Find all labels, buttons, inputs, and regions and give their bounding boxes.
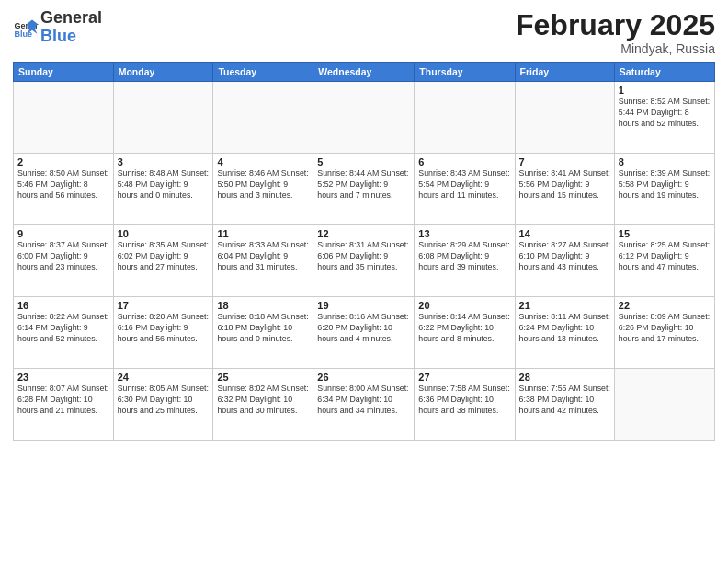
day-number: 26 [317, 372, 410, 383]
week-row-3: 16Sunrise: 8:22 AM Sunset: 6:14 PM Dayli… [14, 297, 715, 369]
month-title: February 2025 [516, 9, 715, 41]
location: Mindyak, Russia [516, 41, 715, 56]
calendar-cell: 28Sunrise: 7:55 AM Sunset: 6:38 PM Dayli… [515, 369, 614, 441]
day-number: 11 [217, 228, 309, 239]
day-number: 16 [17, 300, 109, 311]
day-number: 22 [619, 300, 711, 311]
calendar-cell: 18Sunrise: 8:18 AM Sunset: 6:18 PM Dayli… [213, 297, 313, 369]
day-header-wednesday: Wednesday [313, 63, 415, 82]
day-info: Sunrise: 8:46 AM Sunset: 5:50 PM Dayligh… [217, 168, 309, 201]
day-info: Sunrise: 8:50 AM Sunset: 5:46 PM Dayligh… [17, 168, 109, 201]
week-row-0: 1Sunrise: 8:52 AM Sunset: 5:44 PM Daylig… [14, 82, 715, 154]
day-info: Sunrise: 8:44 AM Sunset: 5:52 PM Dayligh… [317, 168, 410, 201]
calendar-cell: 4Sunrise: 8:46 AM Sunset: 5:50 PM Daylig… [213, 154, 313, 225]
week-row-2: 9Sunrise: 8:37 AM Sunset: 6:00 PM Daylig… [14, 225, 715, 297]
week-row-1: 2Sunrise: 8:50 AM Sunset: 5:46 PM Daylig… [14, 154, 715, 225]
day-number: 17 [118, 300, 210, 311]
calendar-cell: 17Sunrise: 8:20 AM Sunset: 6:16 PM Dayli… [113, 297, 213, 369]
calendar-cell [213, 82, 313, 154]
day-info: Sunrise: 7:55 AM Sunset: 6:38 PM Dayligh… [519, 384, 610, 417]
calendar-cell: 15Sunrise: 8:25 AM Sunset: 6:12 PM Dayli… [614, 225, 714, 297]
day-number: 7 [519, 156, 610, 167]
day-info: Sunrise: 8:43 AM Sunset: 5:54 PM Dayligh… [418, 168, 510, 201]
calendar-cell: 12Sunrise: 8:31 AM Sunset: 6:06 PM Dayli… [313, 225, 415, 297]
calendar-cell [415, 82, 515, 154]
calendar-cell: 5Sunrise: 8:44 AM Sunset: 5:52 PM Daylig… [313, 154, 415, 225]
day-number: 28 [519, 372, 610, 383]
calendar-cell: 6Sunrise: 8:43 AM Sunset: 5:54 PM Daylig… [415, 154, 515, 225]
calendar-cell: 26Sunrise: 8:00 AM Sunset: 6:34 PM Dayli… [313, 369, 415, 441]
calendar-cell: 24Sunrise: 8:05 AM Sunset: 6:30 PM Dayli… [113, 369, 213, 441]
calendar-cell [614, 369, 714, 441]
day-info: Sunrise: 8:14 AM Sunset: 6:22 PM Dayligh… [418, 312, 510, 345]
calendar-cell: 27Sunrise: 7:58 AM Sunset: 6:36 PM Dayli… [415, 369, 515, 441]
day-info: Sunrise: 8:16 AM Sunset: 6:20 PM Dayligh… [317, 312, 410, 345]
day-number: 9 [17, 228, 109, 239]
calendar-cell [113, 82, 213, 154]
logo: General Blue GeneralBlue [13, 9, 102, 46]
day-header-thursday: Thursday [415, 63, 515, 82]
calendar-cell: 22Sunrise: 8:09 AM Sunset: 6:26 PM Dayli… [614, 297, 714, 369]
day-info: Sunrise: 8:41 AM Sunset: 5:56 PM Dayligh… [519, 168, 610, 201]
calendar-cell: 13Sunrise: 8:29 AM Sunset: 6:08 PM Dayli… [415, 225, 515, 297]
calendar-cell: 21Sunrise: 8:11 AM Sunset: 6:24 PM Dayli… [515, 297, 614, 369]
day-number: 15 [619, 228, 711, 239]
day-info: Sunrise: 8:02 AM Sunset: 6:32 PM Dayligh… [217, 384, 309, 417]
calendar: SundayMondayTuesdayWednesdayThursdayFrid… [13, 62, 715, 441]
day-number: 5 [317, 156, 410, 167]
day-info: Sunrise: 8:11 AM Sunset: 6:24 PM Dayligh… [519, 312, 610, 345]
calendar-cell: 14Sunrise: 8:27 AM Sunset: 6:10 PM Dayli… [515, 225, 614, 297]
day-number: 6 [418, 156, 510, 167]
header: General Blue GeneralBlue February 2025 M… [13, 9, 715, 56]
week-row-4: 23Sunrise: 8:07 AM Sunset: 6:28 PM Dayli… [14, 369, 715, 441]
day-info: Sunrise: 8:48 AM Sunset: 5:48 PM Dayligh… [118, 168, 210, 201]
day-info: Sunrise: 8:52 AM Sunset: 5:44 PM Dayligh… [619, 97, 711, 130]
day-info: Sunrise: 8:33 AM Sunset: 6:04 PM Dayligh… [217, 240, 309, 273]
day-number: 21 [519, 300, 610, 311]
day-number: 12 [317, 228, 410, 239]
day-number: 3 [118, 156, 210, 167]
day-info: Sunrise: 8:09 AM Sunset: 6:26 PM Dayligh… [619, 312, 711, 345]
day-info: Sunrise: 8:39 AM Sunset: 5:58 PM Dayligh… [619, 168, 711, 201]
calendar-cell: 19Sunrise: 8:16 AM Sunset: 6:20 PM Dayli… [313, 297, 415, 369]
day-number: 24 [118, 372, 210, 383]
day-header-friday: Friday [515, 63, 614, 82]
day-number: 19 [317, 300, 410, 311]
day-number: 25 [217, 372, 309, 383]
logo-text: GeneralBlue [40, 9, 102, 46]
day-info: Sunrise: 8:20 AM Sunset: 6:16 PM Dayligh… [118, 312, 210, 345]
calendar-cell: 7Sunrise: 8:41 AM Sunset: 5:56 PM Daylig… [515, 154, 614, 225]
calendar-cell: 8Sunrise: 8:39 AM Sunset: 5:58 PM Daylig… [614, 154, 714, 225]
day-info: Sunrise: 8:07 AM Sunset: 6:28 PM Dayligh… [17, 384, 109, 417]
calendar-cell [515, 82, 614, 154]
day-number: 18 [217, 300, 309, 311]
day-number: 14 [519, 228, 610, 239]
day-header-saturday: Saturday [614, 63, 714, 82]
page: General Blue GeneralBlue February 2025 M… [0, 0, 728, 563]
day-info: Sunrise: 8:25 AM Sunset: 6:12 PM Dayligh… [619, 240, 711, 273]
day-info: Sunrise: 8:31 AM Sunset: 6:06 PM Dayligh… [317, 240, 410, 273]
day-number: 23 [17, 372, 109, 383]
calendar-cell: 3Sunrise: 8:48 AM Sunset: 5:48 PM Daylig… [113, 154, 213, 225]
day-info: Sunrise: 8:05 AM Sunset: 6:30 PM Dayligh… [118, 384, 210, 417]
calendar-cell [313, 82, 415, 154]
calendar-cell: 9Sunrise: 8:37 AM Sunset: 6:00 PM Daylig… [14, 225, 114, 297]
day-info: Sunrise: 7:58 AM Sunset: 6:36 PM Dayligh… [418, 384, 510, 417]
day-number: 27 [418, 372, 510, 383]
day-info: Sunrise: 8:00 AM Sunset: 6:34 PM Dayligh… [317, 384, 410, 417]
day-header-monday: Monday [113, 63, 213, 82]
day-header-sunday: Sunday [14, 63, 114, 82]
day-info: Sunrise: 8:29 AM Sunset: 6:08 PM Dayligh… [418, 240, 510, 273]
calendar-header-row: SundayMondayTuesdayWednesdayThursdayFrid… [14, 63, 715, 82]
day-number: 13 [418, 228, 510, 239]
calendar-cell: 2Sunrise: 8:50 AM Sunset: 5:46 PM Daylig… [14, 154, 114, 225]
calendar-cell: 20Sunrise: 8:14 AM Sunset: 6:22 PM Dayli… [415, 297, 515, 369]
day-number: 4 [217, 156, 309, 167]
day-number: 20 [418, 300, 510, 311]
day-number: 8 [619, 156, 711, 167]
calendar-cell: 10Sunrise: 8:35 AM Sunset: 6:02 PM Dayli… [113, 225, 213, 297]
logo-icon: General Blue [13, 15, 39, 40]
day-number: 2 [17, 156, 109, 167]
calendar-cell: 1Sunrise: 8:52 AM Sunset: 5:44 PM Daylig… [614, 82, 714, 154]
day-info: Sunrise: 8:22 AM Sunset: 6:14 PM Dayligh… [17, 312, 109, 345]
